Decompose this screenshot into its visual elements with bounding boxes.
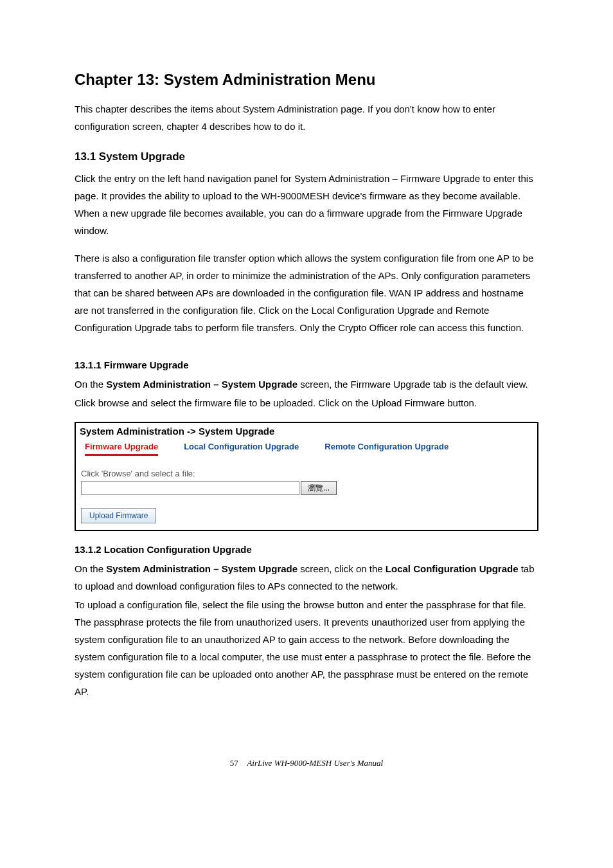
- bold-fragment: System Administration – System Upgrade: [106, 379, 298, 390]
- text-fragment: screen, click on the: [298, 563, 386, 574]
- paragraph-13-1-2-b: To upload a configuration file, select t…: [75, 596, 538, 700]
- tab-bar: Firmware Upgrade Local Configuration Upg…: [76, 442, 537, 458]
- file-path-input[interactable]: [81, 481, 299, 495]
- heading-13-1-1: 13.1.1 Firmware Upgrade: [75, 359, 538, 370]
- paragraph-13-1-1-b: Click browse and select the firmware fil…: [75, 394, 538, 411]
- paragraph-13-1-a: Click the entry on the left hand navigat…: [75, 170, 538, 239]
- bold-fragment: Local Configuration Upgrade: [386, 563, 519, 574]
- browse-button[interactable]: 瀏覽...: [301, 481, 337, 495]
- panel-title: System Administration -> System Upgrade: [76, 423, 537, 442]
- upload-firmware-button[interactable]: Upload Firmware: [81, 508, 156, 523]
- paragraph-13-1-2-a: On the System Administration – System Up…: [75, 560, 538, 595]
- file-select-row: 瀏覽...: [81, 481, 532, 495]
- text-fragment: On the: [75, 563, 106, 574]
- tab-firmware-upgrade[interactable]: Firmware Upgrade: [85, 442, 158, 456]
- tab-remote-configuration-upgrade[interactable]: Remote Configuration Upgrade: [324, 442, 449, 456]
- browse-label: Click 'Browse' and select a file:: [81, 469, 532, 478]
- paragraph-13-1-b: There is also a configuration file trans…: [75, 249, 538, 336]
- heading-13-1: 13.1 System Upgrade: [75, 150, 538, 163]
- bold-fragment: System Administration – System Upgrade: [106, 563, 298, 574]
- chapter-title: Chapter 13: System Administration Menu: [75, 71, 538, 89]
- text-fragment: On the: [75, 379, 106, 390]
- paragraph-13-1-1-a: On the System Administration – System Up…: [75, 375, 538, 393]
- system-upgrade-panel: System Administration -> System Upgrade …: [75, 422, 538, 531]
- tab-content: Click 'Browse' and select a file: 瀏覽... …: [76, 458, 537, 530]
- doc-title: AirLive WH-9000-MESH User's Manual: [247, 758, 383, 768]
- tab-local-configuration-upgrade[interactable]: Local Configuration Upgrade: [184, 442, 299, 456]
- intro-paragraph: This chapter describes the items about S…: [75, 100, 538, 135]
- heading-13-1-2: 13.1.2 Location Configuration Upgrade: [75, 544, 538, 555]
- text-fragment: screen, the Firmware Upgrade tab is the …: [298, 379, 528, 390]
- page-number: 57: [230, 758, 238, 768]
- page-footer: 57 AirLive WH-9000-MESH User's Manual: [75, 758, 538, 768]
